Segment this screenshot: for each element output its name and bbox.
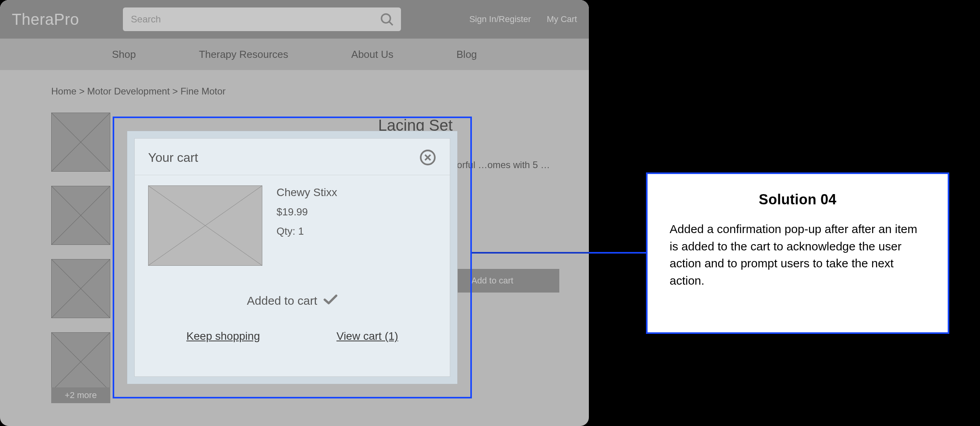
thumb-column: +2 more [51,113,110,391]
mycart-link[interactable]: My Cart [547,14,577,24]
cart-modal-panel: Your cart Chewy Stixx $19.99 Qty: 1 [127,131,458,384]
check-icon [323,293,338,308]
annotation-box: Solution 04 Added a confirmation pop-up … [646,172,949,334]
cart-item-name: Chewy Stixx [277,186,337,199]
nav-therapy[interactable]: Therapy Resources [199,48,288,61]
thumb-image-3[interactable] [51,259,110,318]
nav-about[interactable]: About Us [351,48,393,61]
cart-item-qty: Qty: 1 [277,225,337,237]
close-icon[interactable] [419,149,436,166]
search-wrap [123,7,401,31]
cart-item-price: $19.99 [277,206,337,218]
top-links: Sign In/Register My Cart [469,14,577,24]
thumb-image-4[interactable] [51,332,110,391]
search-icon[interactable] [380,12,394,26]
svg-point-0 [382,14,391,23]
nav-shop[interactable]: Shop [112,48,136,61]
top-bar: TheraPro Sign In/Register My Cart [0,0,589,39]
thumb-image-2[interactable] [51,186,110,245]
annotation-body: Added a confirmation pop-up after after … [670,220,926,289]
keep-shopping-link[interactable]: Keep shopping [186,330,260,343]
cart-item-row: Chewy Stixx $19.99 Qty: 1 [148,185,436,266]
cart-item-image [148,185,262,266]
thumb-image-1[interactable] [51,113,110,172]
svg-line-1 [389,22,393,25]
more-thumbs-tag[interactable]: +2 more [51,387,110,403]
site-logo: TheraPro [12,11,79,28]
breadcrumb[interactable]: Home > Motor Development > Fine Motor [51,86,538,97]
search-input[interactable] [123,7,401,31]
view-cart-link[interactable]: View cart (1) [336,330,398,343]
added-confirmation-text: Added to cart [247,294,317,307]
modal-title: Your cart [148,150,198,165]
site-frame: TheraPro Sign In/Register My Cart Shop T… [0,0,589,426]
nav-bar: Shop Therapy Resources About Us Blog [0,39,589,70]
signin-link[interactable]: Sign In/Register [469,14,531,24]
annotation-title: Solution 04 [670,191,926,208]
added-confirmation: Added to cart [148,293,436,308]
modal-header: Your cart [135,139,450,175]
nav-blog[interactable]: Blog [457,48,477,61]
connector-line [472,252,647,254]
